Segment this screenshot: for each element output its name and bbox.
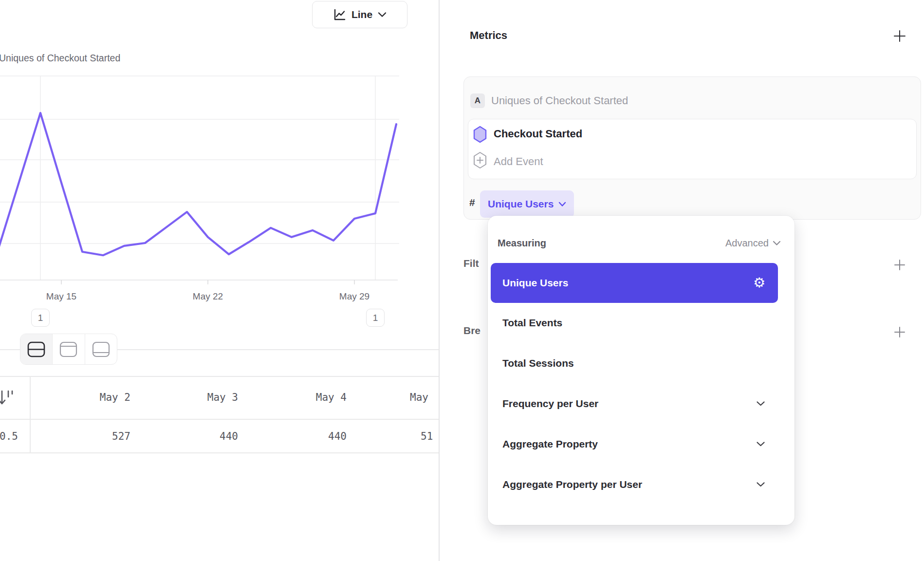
x-axis-tick-label: May 15 (37, 291, 86, 302)
table-cell: 527 (57, 430, 130, 442)
chevron-down-icon (756, 482, 765, 487)
chevron-down-icon (378, 12, 387, 18)
chart-only-view-icon (59, 341, 77, 357)
chevron-down-icon (773, 241, 781, 246)
counting-method-prefix: # (469, 197, 475, 208)
advanced-mode-selector[interactable]: Advanced (725, 238, 781, 249)
view-toggle-chart-only[interactable] (52, 334, 84, 364)
menu-item-total-sessions[interactable]: Total Sessions (491, 343, 778, 383)
view-toggle-group (20, 334, 117, 365)
chevron-down-icon (756, 401, 765, 407)
metrics-section-title: Metrics (470, 29, 507, 42)
menu-item-label: Aggregate Property (502, 438, 598, 450)
query-builder-pane: Metrics A Uniques of Checkout Started Ch… (440, 0, 924, 561)
event-name[interactable]: Checkout Started (494, 128, 582, 140)
table-cell: 440 (274, 430, 347, 442)
view-toggle-table-only[interactable] (85, 334, 117, 364)
menu-item-aggregate-property-per-user[interactable]: Aggregate Property per User (491, 465, 778, 505)
event-hexagon-icon (473, 126, 487, 143)
menu-item-unique-users[interactable]: Unique Users ⚙ (491, 263, 778, 303)
table-row-label-clipped: 0.5 (0, 430, 18, 442)
add-metric-button[interactable] (893, 29, 906, 43)
add-breakdown-button[interactable] (893, 325, 906, 339)
event-card: Checkout Started Add Event (468, 119, 917, 179)
gear-icon[interactable]: ⚙ (753, 276, 765, 290)
advanced-label: Advanced (725, 238, 769, 249)
measuring-label: Measuring (498, 238, 546, 249)
table-header-col1[interactable]: May 2 (57, 392, 130, 403)
breakdowns-section-label-clipped: Bre (463, 325, 480, 337)
table-only-view-icon (92, 341, 110, 357)
chart-title: Uniques of Checkout Started (0, 53, 120, 64)
menu-item-label: Aggregate Property per User (502, 479, 642, 490)
sort-descending-icon[interactable] (0, 389, 17, 409)
table-header-col4-clipped[interactable]: May (410, 392, 428, 403)
table-header-col2[interactable]: May 3 (165, 392, 238, 403)
menu-item-label: Total Sessions (502, 357, 574, 369)
metric-card: A Uniques of Checkout Started Checkout S… (463, 76, 921, 220)
series-title: Uniques of Checkout Started (491, 94, 628, 107)
menu-item-frequency-per-user[interactable]: Frequency per User (491, 384, 778, 424)
menu-item-label: Unique Users (502, 277, 568, 289)
chart-pane: Line Uniques of Checkout Started May 15M… (0, 0, 439, 561)
menu-item-total-events[interactable]: Total Events (491, 303, 778, 343)
menu-item-aggregate-property[interactable]: Aggregate Property (491, 424, 778, 464)
menu-item-label: Total Events (502, 317, 562, 329)
menu-item-label: Frequency per User (502, 398, 598, 410)
table-cell-clipped: 51 (421, 430, 433, 442)
annotation-badge[interactable]: 1 (31, 309, 50, 327)
measuring-dropdown: Measuring Advanced Unique Users ⚙ Total … (488, 216, 795, 525)
filters-section-label-clipped: Filt (463, 258, 479, 269)
line-chart-icon (333, 8, 346, 21)
line-chart[interactable]: May 15May 22May 29 11 (0, 75, 409, 329)
chevron-down-icon (558, 202, 566, 207)
line-chart-svg (0, 75, 409, 285)
table-cell: 440 (165, 430, 238, 442)
counting-method-chip[interactable]: Unique Users (480, 190, 574, 218)
series-letter-badge: A (470, 94, 485, 108)
add-event-icon[interactable] (473, 151, 487, 169)
table-header-col3[interactable]: May 4 (274, 392, 347, 403)
add-filter-button[interactable] (893, 258, 906, 272)
split-view-icon (27, 341, 45, 357)
view-toggle-split[interactable] (20, 334, 52, 364)
chart-type-button[interactable]: Line (312, 1, 407, 28)
plus-icon (894, 326, 906, 338)
x-axis-tick-label: May 29 (330, 291, 379, 302)
annotation-badge[interactable]: 1 (366, 309, 385, 327)
chevron-down-icon (756, 441, 765, 447)
chart-type-label: Line (351, 9, 372, 20)
counting-method-label: Unique Users (488, 198, 554, 210)
add-event-button[interactable]: Add Event (494, 155, 543, 168)
x-axis-tick-label: May 22 (184, 291, 232, 302)
plus-icon (893, 30, 906, 42)
plus-icon (894, 259, 906, 271)
